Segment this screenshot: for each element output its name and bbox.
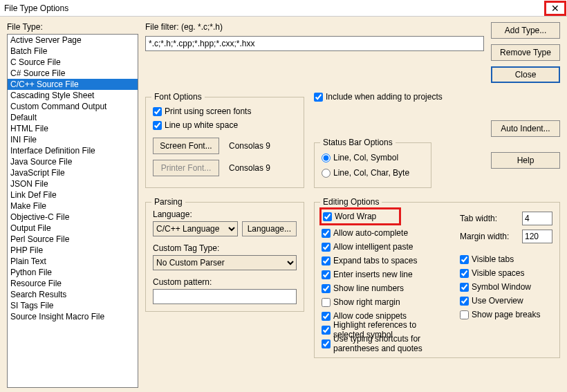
printer-font-value: Consolas 9	[229, 163, 270, 173]
window-title: File Type Options	[4, 3, 68, 13]
file-type-item[interactable]: Java Source File	[8, 156, 138, 167]
intelligent-paste-checkbox[interactable]: Allow intelligent paste	[322, 240, 447, 254]
file-type-item[interactable]: Cascading Style Sheet	[8, 90, 138, 101]
custom-tag-label: Custom Tag Type:	[153, 243, 297, 253]
status-bar-group: Status Bar Options Line, Col, Symbol Lin…	[314, 142, 431, 188]
auto-complete-checkbox[interactable]: Allow auto-complete	[322, 226, 447, 240]
word-wrap-checkbox[interactable]: Word Wrap	[323, 209, 395, 223]
printer-font-button[interactable]: Printer Font...	[153, 160, 219, 176]
file-type-item[interactable]: Custom Command Output	[8, 101, 138, 112]
file-type-item[interactable]: PHP File	[8, 245, 138, 256]
file-type-item[interactable]: Resource File	[8, 278, 138, 289]
file-type-item[interactable]: INI File	[8, 134, 138, 145]
file-filter-input[interactable]	[145, 36, 484, 51]
lineup-whitespace-checkbox[interactable]: Line up white space	[153, 118, 297, 132]
status-line-col-char-byte-radio[interactable]: Line, Col, Char, Byte	[322, 165, 424, 180]
auto-indent-button[interactable]: Auto Indent...	[491, 120, 560, 137]
file-type-item[interactable]: Search Results	[8, 289, 138, 300]
visible-spaces-checkbox[interactable]: Visible spaces	[460, 266, 552, 280]
font-options-group: Font Options Print using screen fonts Li…	[145, 97, 304, 188]
typing-shortcuts-checkbox[interactable]: Use typing shortcuts for parentheses and…	[322, 337, 447, 351]
screen-font-value: Consolas 9	[229, 141, 270, 151]
status-line-col-symbol-radio[interactable]: Line, Col, Symbol	[322, 150, 424, 165]
file-type-item[interactable]: SI Tags File	[8, 300, 138, 311]
file-type-item[interactable]: Plain Text	[8, 256, 138, 267]
language-button[interactable]: Language...	[242, 221, 297, 236]
margin-width-label: Margin width:	[460, 232, 518, 241]
file-type-item[interactable]: Output File	[8, 223, 138, 234]
close-button[interactable]: Close	[491, 66, 560, 83]
status-bar-title: Status Bar Options	[320, 138, 396, 147]
print-screen-fonts-checkbox[interactable]: Print using screen fonts	[153, 104, 297, 118]
custom-pattern-input[interactable]	[153, 289, 297, 304]
line-numbers-checkbox[interactable]: Show line numbers	[322, 281, 447, 295]
file-type-item[interactable]: Objective-C File	[8, 212, 138, 223]
use-overview-checkbox[interactable]: Use Overview	[460, 294, 552, 308]
right-margin-checkbox[interactable]: Show right margin	[322, 295, 447, 309]
visible-tabs-checkbox[interactable]: Visible tabs	[460, 252, 552, 266]
file-type-item[interactable]: C Source File	[8, 57, 138, 68]
file-filter-label: File filter: (eg. *.c;*.h)	[145, 22, 484, 32]
editing-options-group: Editing Options Word Wrap Allow auto-com…	[314, 202, 560, 358]
file-type-list[interactable]: Active Server PageBatch FileC Source Fil…	[7, 34, 138, 388]
file-type-item[interactable]: JSON File	[8, 178, 138, 189]
tab-width-input[interactable]	[522, 212, 552, 225]
editing-options-title: Editing Options	[320, 197, 382, 207]
remove-type-button[interactable]: Remove Type	[491, 44, 560, 61]
tab-width-label: Tab width:	[460, 214, 518, 223]
file-type-item[interactable]: C# Source File	[8, 68, 138, 79]
font-options-title: Font Options	[151, 92, 205, 102]
file-type-item[interactable]: Source Insight Macro File	[8, 311, 138, 322]
margin-width-input[interactable]	[522, 230, 552, 243]
language-select[interactable]: C/C++ Language	[153, 221, 238, 236]
symbol-window-checkbox[interactable]: Symbol Window	[460, 280, 552, 294]
file-type-item[interactable]: Active Server Page	[8, 35, 138, 46]
file-type-item[interactable]: HTML File	[8, 123, 138, 134]
help-button[interactable]: Help	[491, 152, 560, 169]
file-type-item[interactable]: JavaScript File	[8, 167, 138, 178]
file-type-item[interactable]: Default	[8, 112, 138, 123]
file-type-label: File Type:	[7, 22, 138, 32]
file-type-item[interactable]: Interface Definition File	[8, 145, 138, 156]
parsing-title: Parsing	[151, 197, 185, 207]
expand-tabs-checkbox[interactable]: Expand tabs to spaces	[322, 254, 447, 268]
page-breaks-checkbox[interactable]: Show page breaks	[460, 308, 552, 321]
file-type-item[interactable]: Python File	[8, 267, 138, 278]
window-close-button[interactable]: ✕	[544, 1, 566, 16]
add-type-button[interactable]: Add Type...	[491, 22, 560, 39]
custom-pattern-label: Custom pattern:	[153, 277, 297, 287]
include-projects-checkbox[interactable]: Include when adding to projects	[314, 90, 443, 104]
custom-tag-select[interactable]: No Custom Parser	[153, 255, 297, 270]
enter-inserts-checkbox[interactable]: Enter inserts new line	[322, 268, 447, 281]
file-type-item[interactable]: C/C++ Source File	[8, 79, 138, 90]
file-type-item[interactable]: Link Def File	[8, 189, 138, 200]
screen-font-button[interactable]: Screen Font...	[153, 138, 219, 154]
language-label: Language:	[153, 209, 297, 219]
file-type-item[interactable]: Make File	[8, 200, 138, 212]
parsing-group: Parsing Language: C/C++ Language Languag…	[145, 202, 304, 312]
file-type-item[interactable]: Perl Source File	[8, 234, 138, 245]
close-icon: ✕	[551, 3, 559, 13]
file-type-item[interactable]: Batch File	[8, 46, 138, 57]
